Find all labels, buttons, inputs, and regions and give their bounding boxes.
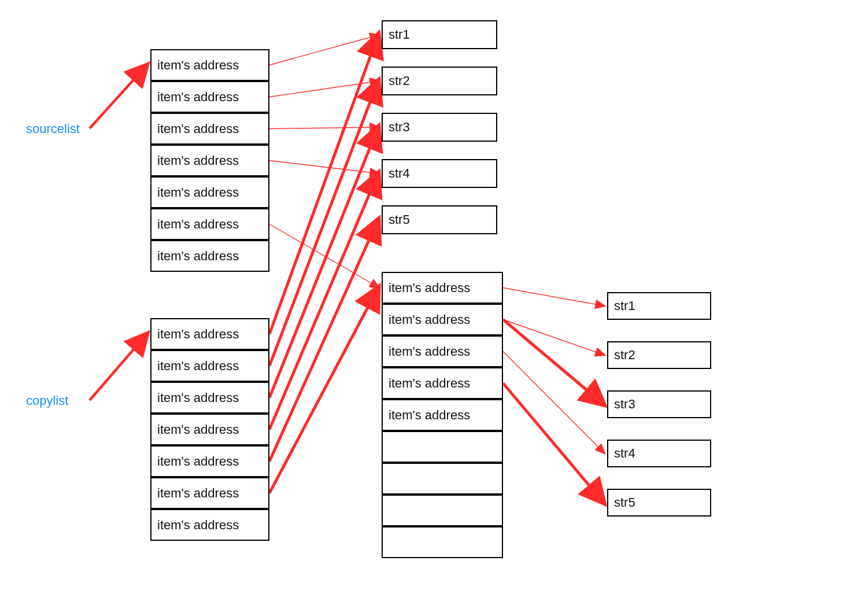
svg-line-11 [269, 174, 378, 430]
inner-list-cell [382, 495, 503, 526]
str-right-cell: str4 [607, 440, 711, 467]
str-top-cell: str2 [382, 67, 497, 95]
source-list-cell: item's address [150, 81, 269, 113]
svg-line-1 [269, 81, 379, 97]
str-top-cell: str3 [382, 113, 497, 142]
source-list-cell: item's address [150, 176, 269, 208]
inner-list-cell: item's address [382, 399, 503, 431]
source-list-cell: item's address [150, 208, 269, 240]
source-list-cell: item's address [150, 49, 269, 81]
copy-list-cell: item's address [150, 318, 269, 350]
svg-line-9 [269, 81, 378, 366]
inner-list-cell: item's address [382, 335, 503, 367]
source-list-cell: item's address [150, 240, 269, 272]
copy-list-cell: item's address [150, 509, 269, 541]
svg-line-4 [269, 224, 379, 288]
inner-list-cell [382, 463, 503, 495]
copy-list-cell: item's address [150, 445, 269, 477]
copy-list-cell: item's address [150, 382, 269, 414]
svg-line-13 [269, 288, 378, 493]
sourcelist-label: sourcelist [26, 121, 80, 137]
svg-line-14 [503, 320, 604, 405]
svg-line-0 [269, 35, 379, 65]
str-right-cell: str1 [607, 292, 711, 320]
str-top-cell: str1 [382, 20, 497, 49]
svg-line-15 [503, 383, 604, 503]
svg-line-2 [269, 127, 379, 129]
str-top-cell: str5 [382, 205, 497, 234]
source-list-cell: item's address [150, 145, 269, 176]
inner-list-cell: item's address [382, 272, 503, 304]
inner-list-cell: item's address [382, 367, 503, 399]
copylist-label: copylist [26, 393, 68, 408]
svg-line-8 [269, 35, 378, 334]
source-list-cell: item's address [150, 113, 269, 145]
svg-line-12 [269, 220, 378, 462]
svg-line-3 [269, 161, 379, 174]
inner-list-cell: item's address [382, 304, 503, 335]
svg-line-17 [90, 334, 147, 401]
str-right-cell: str3 [607, 390, 711, 418]
inner-list-cell [382, 526, 503, 558]
svg-line-16 [90, 65, 147, 129]
str-top-cell: str4 [382, 159, 497, 188]
copy-list-cell: item's address [150, 350, 269, 382]
diagram-stage: item's addressitem's addressitem's addre… [0, 0, 854, 616]
svg-line-5 [503, 288, 605, 307]
inner-list-cell [382, 431, 503, 463]
svg-line-6 [503, 320, 605, 356]
str-right-cell: str5 [607, 489, 711, 517]
svg-line-10 [269, 127, 378, 398]
copy-list-cell: item's address [150, 477, 269, 509]
svg-line-7 [503, 352, 605, 454]
str-right-cell: str2 [607, 341, 711, 369]
copy-list-cell: item's address [150, 414, 269, 445]
